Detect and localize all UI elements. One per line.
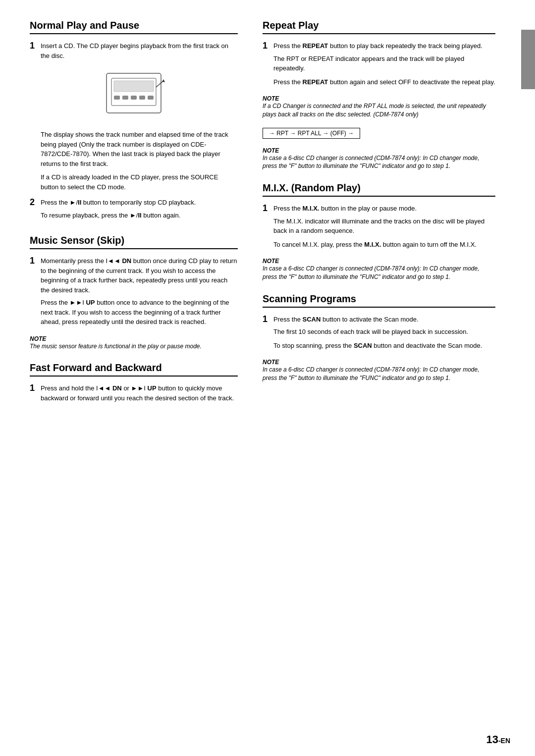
page-tab	[521, 30, 535, 89]
right-column: Repeat Play 1 Press the REPEAT button to…	[258, 20, 510, 726]
step-content-ff-1: Press and hold the I◄◄ DN or ►►I UP butt…	[41, 383, 238, 406]
section-title-ff: Fast Forward and Backward	[30, 362, 238, 377]
step-number-ff-1: 1	[30, 383, 41, 393]
step-number-scan-1: 1	[263, 314, 273, 324]
step-content-normal-play-1: Insert a CD. The CD player begins playba…	[41, 41, 238, 63]
step-mix-text3: To cancel M.I.X. play, press the M.I.X. …	[273, 240, 495, 250]
section-scanning: Scanning Programs 1 Press the SCAN butto…	[263, 293, 495, 382]
note-music-sensor: NOTE The music sensor feature is functio…	[30, 335, 238, 351]
step-content-normal-play-2: Press the ►/II button to temporarily sto…	[41, 198, 238, 223]
step-resume-text: To resume playback, press the ►/II butto…	[41, 211, 238, 220]
step-number-ms-1: 1	[30, 256, 41, 266]
step-rp-text3: Press the REPEAT button again and select…	[273, 77, 495, 87]
note-label-mix: NOTE	[263, 258, 279, 265]
step-normal-play-1: 1 Insert a CD. The CD player begins play…	[30, 41, 238, 63]
svg-rect-0	[107, 73, 161, 113]
note-label-rp2: NOTE	[263, 147, 279, 154]
cd-player-illustration	[97, 68, 171, 123]
page-number: 13	[486, 733, 498, 746]
note-text-rp2: In case a 6-disc CD changer is connected…	[263, 155, 480, 170]
step-number-2: 2	[30, 197, 41, 208]
step-scan-text1: Press the SCAN button to activate the Sc…	[273, 315, 495, 324]
note-text-mix: In case a 6-disc CD changer is connected…	[263, 265, 480, 280]
page: Normal Play and Pause 1 Insert a CD. The…	[0, 0, 535, 756]
note-repeat-1: NOTE If a CD Changer is connected and th…	[263, 95, 495, 119]
step-content-ms-1: Momentarily press the I◄◄ DN button once…	[41, 256, 238, 330]
note-label-rp1: NOTE	[263, 95, 279, 102]
step-scan-text3: To stop scanning, press the SCAN button …	[273, 341, 495, 351]
svg-rect-9	[148, 96, 154, 100]
note-repeat-2: NOTE In case a 6-disc CD changer is conn…	[263, 147, 495, 171]
step-content-mix-1: Press the M.I.X. button in the play or p…	[273, 204, 495, 252]
note-text-rp1: If a CD Changer is connected and the RPT…	[263, 103, 486, 118]
section-normal-play: Normal Play and Pause 1 Insert a CD. The…	[30, 20, 238, 223]
section-title-mix: M.I.X. (Random Play)	[263, 182, 495, 197]
step-mix-1: 1 Press the M.I.X. button in the play or…	[263, 204, 495, 252]
step-rp-text1: Press the REPEAT button to play back rep…	[273, 41, 495, 51]
step-music-sensor-1: 1 Momentarily press the I◄◄ DN button on…	[30, 256, 238, 330]
step-content-scan-1: Press the SCAN button to activate the Sc…	[273, 315, 495, 354]
note-text-scan: In case a 6-disc CD changer is connected…	[263, 366, 480, 381]
step-mix-text2: The M.I.X. indicator will illuminate and…	[273, 216, 495, 236]
left-column: Normal Play and Pause 1 Insert a CD. The…	[30, 20, 258, 726]
note-mix: NOTE In case a 6-disc CD changer is conn…	[263, 257, 495, 281]
step-ms-text2: Press the ►►I UP button once to advance …	[41, 298, 238, 327]
rpt-diagram: → RPT → RPT ALL → (OFF) →	[263, 128, 360, 139]
step-ff-text: Press and hold the I◄◄ DN or ►►I UP butt…	[41, 383, 238, 403]
cd-image	[97, 68, 171, 123]
svg-marker-4	[162, 79, 165, 82]
note-label-scan: NOTE	[263, 359, 279, 366]
svg-rect-8	[139, 96, 145, 100]
section-title-music-sensor: Music Sensor (Skip)	[30, 235, 238, 249]
step-content-rp-1: Press the REPEAT button to play back rep…	[273, 41, 495, 90]
step-scan-text2: The first 10 seconds of each track will …	[273, 327, 495, 337]
step-extra-text: The display shows the track number and e…	[41, 130, 238, 168]
step-ff-1: 1 Press and hold the I◄◄ DN or ►►I UP bu…	[30, 383, 238, 406]
step-extra-text2: If a CD is already loaded in the CD play…	[41, 172, 238, 192]
svg-rect-7	[131, 96, 137, 100]
section-title-scan: Scanning Programs	[263, 293, 495, 308]
step-mix-text1: Press the M.I.X. button in the play or p…	[273, 204, 495, 214]
page-suffix: -EN	[498, 737, 510, 745]
section-title-repeat: Repeat Play	[263, 20, 495, 34]
content-area: Normal Play and Pause 1 Insert a CD. The…	[0, 0, 535, 756]
step-number-mix-1: 1	[263, 203, 273, 214]
step-text-2: Press the ►/II button to temporarily sto…	[41, 198, 238, 208]
step-ms-text1: Momentarily press the I◄◄ DN button once…	[41, 256, 238, 295]
svg-rect-10	[114, 81, 154, 92]
step-rp-text2: The RPT or REPEAT indicator appears and …	[273, 54, 495, 73]
step-text: Insert a CD. The CD player begins playba…	[41, 41, 238, 60]
note-scan: NOTE In case a 6-disc CD changer is conn…	[263, 358, 495, 382]
section-repeat-play: Repeat Play 1 Press the REPEAT button to…	[263, 20, 495, 170]
svg-rect-5	[114, 96, 120, 100]
section-title-normal-play: Normal Play and Pause	[30, 20, 238, 34]
step-normal-play-2: 2 Press the ►/II button to temporarily s…	[30, 198, 238, 223]
cd-image-container	[30, 68, 238, 123]
svg-rect-6	[122, 96, 128, 100]
section-fast-forward: Fast Forward and Backward 1 Press and ho…	[30, 362, 238, 406]
step-number-rp-1: 1	[263, 41, 273, 51]
section-music-sensor: Music Sensor (Skip) 1 Momentarily press …	[30, 235, 238, 350]
step-number-1: 1	[30, 41, 41, 51]
step-repeat-1: 1 Press the REPEAT button to play back r…	[263, 41, 495, 90]
section-mix-play: M.I.X. (Random Play) 1 Press the M.I.X. …	[263, 182, 495, 281]
note-label-ms: NOTE	[30, 335, 46, 342]
page-footer: 13-EN	[486, 733, 510, 746]
note-text-ms: The music sensor feature is functional i…	[30, 343, 202, 350]
step-scan-1: 1 Press the SCAN button to activate the …	[263, 315, 495, 354]
